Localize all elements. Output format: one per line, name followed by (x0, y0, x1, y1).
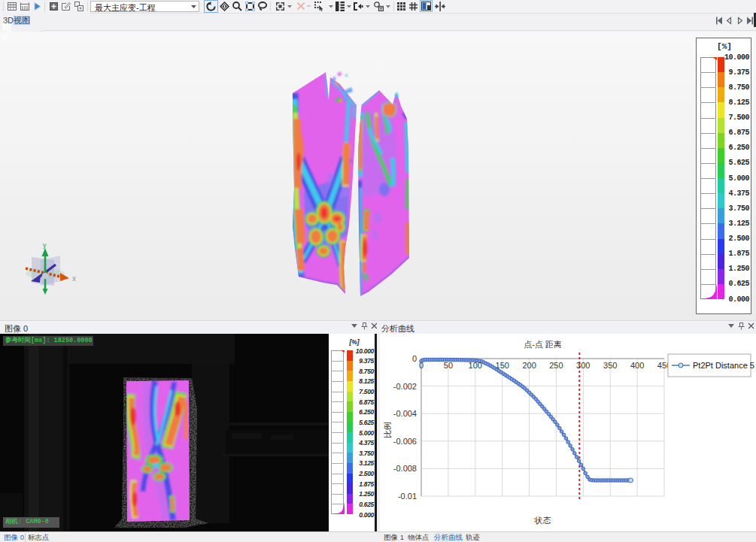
svg-text:-0.01: -0.01 (398, 492, 417, 501)
svg-text:-0.006: -0.006 (393, 437, 417, 446)
svg-text:0: 0 (412, 354, 417, 363)
svg-text:-0.008: -0.008 (393, 464, 417, 473)
svg-text:状态: 状态 (534, 516, 551, 525)
svg-text:y: y (43, 242, 47, 249)
svg-text:点-点 距离: 点-点 距离 (524, 340, 562, 349)
svg-text:-0.002: -0.002 (393, 382, 417, 391)
svg-text:50: 50 (444, 361, 453, 370)
svg-text:250: 250 (549, 361, 563, 370)
svg-text:100: 100 (469, 361, 482, 370)
svg-text:-0.004: -0.004 (393, 409, 417, 418)
svg-text:200: 200 (522, 361, 536, 370)
svg-text:400: 400 (630, 361, 644, 370)
svg-text:0: 0 (419, 361, 424, 370)
svg-text:Pt2Pt Distance 5: Pt2Pt Distance 5 (693, 361, 754, 370)
svg-text:150: 150 (496, 361, 509, 370)
svg-text:300: 300 (576, 361, 590, 370)
svg-text:350: 350 (603, 361, 617, 370)
svg-text:x: x (72, 274, 76, 283)
svg-text:比例: 比例 (383, 422, 392, 438)
